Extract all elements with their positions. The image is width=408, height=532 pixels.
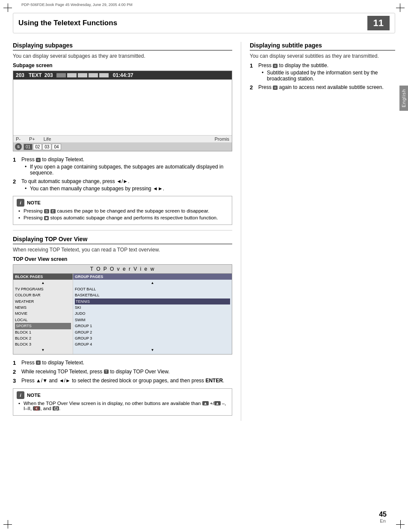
group-pages-list: ▲ FOOT BALL BASKETBALL TENNIS SKI JUDO S… bbox=[73, 280, 232, 354]
bp-arrow-down: ▼ bbox=[15, 348, 71, 353]
tab-02: 02 bbox=[33, 144, 42, 150]
note-topview-bullet-text: When the TOP Over View screen is in disp… bbox=[24, 401, 228, 411]
pb-seg-2 bbox=[67, 73, 77, 77]
bp-block1: BLOCK 1 bbox=[15, 329, 71, 335]
step-1-subtitle: 1 Press ≡ to display the subtitle. • Sub… bbox=[250, 62, 395, 82]
step-1-text: Press ≡ to display Teletext. bbox=[21, 157, 84, 163]
step-2-content: To quit automatic subpage change, press … bbox=[21, 178, 232, 192]
screen-s-icon: S bbox=[15, 143, 22, 150]
tab-boxes: 01 02 03 04 bbox=[24, 144, 61, 150]
footer-p-minus: P- bbox=[16, 136, 21, 142]
crosshair-top-left bbox=[3, 3, 12, 12]
topview-step-num-3: 3 bbox=[13, 378, 19, 384]
crosshair-bottom-right bbox=[396, 520, 405, 529]
block-pages-header: BLOCK PAGES bbox=[13, 274, 73, 280]
page-footer: 45 En bbox=[379, 511, 387, 523]
screen-time: 01:44:37 bbox=[113, 72, 133, 78]
topview-step-2-text: While receiving TOP Teletext, press T to… bbox=[21, 369, 170, 375]
pb-seg-5 bbox=[99, 73, 109, 77]
btn-sub-icon2: ≡ bbox=[273, 86, 278, 90]
step-num-2: 2 bbox=[13, 178, 19, 192]
bp-weather: WEATHER bbox=[15, 299, 71, 304]
topview-step-1-content: Press ≡ to display Teletext. bbox=[21, 360, 232, 366]
btn-vol-plus: ▲ bbox=[202, 401, 209, 405]
gp-group3: GROUP 3 bbox=[75, 335, 230, 341]
btn-icon-teletext1: ≡ bbox=[36, 158, 41, 162]
step-1-topview: 1 Press ≡ to display Teletext. bbox=[13, 360, 232, 366]
step-1-content: Press ≡ to display Teletext. • If you op… bbox=[21, 157, 232, 176]
note-subpages: i NOTE • Pressing S E causes the page to… bbox=[13, 196, 232, 225]
btn-stop-icon: ■ bbox=[44, 216, 49, 220]
bp-block2: BLOCK 2 bbox=[15, 335, 71, 341]
crosshair-bottom-left bbox=[3, 520, 12, 529]
section-subpages-title: Displaying subpages bbox=[13, 42, 232, 50]
step-2-topview: 2 While receiving TOP Teletext, press T … bbox=[13, 369, 232, 375]
note-topview: i NOTE • When the TOP Over View screen i… bbox=[13, 388, 232, 416]
bp-arrow-up: ▲ bbox=[15, 281, 71, 286]
section-topview-title: Displaying TOP Over View bbox=[13, 236, 232, 244]
crosshair-top-right bbox=[396, 3, 405, 12]
page-locale: En bbox=[380, 518, 385, 523]
btn-power: ⏻ bbox=[53, 406, 59, 411]
note-bullet-2-text: Pressing ■ stops automatic subpage chang… bbox=[24, 215, 218, 220]
step-1-bullet: • If you open a page containing subpages… bbox=[21, 164, 232, 176]
note-icon-subpages: i bbox=[17, 199, 24, 207]
section-subpages-subtitle: You can display several subpages as they… bbox=[13, 53, 232, 59]
note-label-subpages: NOTE bbox=[27, 200, 41, 205]
footer-promis: Promis bbox=[215, 136, 229, 142]
bp-colour-bar: COLOUR BAR bbox=[15, 292, 71, 298]
note-header-topview: i NOTE bbox=[17, 391, 228, 399]
gp-ski: SKI bbox=[75, 304, 230, 310]
subtitle-step-1-content: Press ≡ to display the subtitle. • Subti… bbox=[258, 62, 395, 82]
bp-local: LOCAL bbox=[15, 317, 71, 323]
footer-p-plus: P+ bbox=[29, 136, 35, 142]
step-1-bullet-text: If you open a page containing subpages, … bbox=[30, 164, 232, 176]
group-pages-column: GROUP PAGES ▲ FOOT BALL BASKETBALL TENNI… bbox=[73, 274, 232, 354]
subtitle-steps: 1 Press ≡ to display the subtitle. • Sub… bbox=[250, 62, 395, 91]
subpage-screen-label: Subpage screen bbox=[13, 62, 232, 68]
screen-footer2-bar: S 01 02 03 04 bbox=[13, 142, 232, 151]
footer-life: Life bbox=[44, 136, 51, 142]
screen-header-bar: 203 TEXT 203 01:44:37 bbox=[13, 71, 232, 80]
bp-block3: BLOCK 3 bbox=[15, 341, 71, 347]
right-column: Displaying subtitle pages You can displa… bbox=[250, 42, 395, 421]
subtitle-step-num-2: 2 bbox=[250, 84, 256, 91]
subtitle-step-2-content: Press ≡ again to access next available s… bbox=[258, 84, 395, 91]
side-language-label: English bbox=[399, 86, 408, 111]
note-bullet-1-text: Pressing S E causes the page to be chang… bbox=[24, 208, 210, 213]
page-title: Using the Teletext Functions bbox=[18, 19, 367, 27]
step-num-1: 1 bbox=[13, 157, 19, 176]
note-header-subpages: i NOTE bbox=[17, 199, 228, 207]
left-column: Displaying subpages You can display seve… bbox=[13, 42, 241, 421]
subpage-screen-box: 203 TEXT 203 01:44:37 P- P+ Life Promis bbox=[13, 71, 232, 151]
gp-group1: GROUP 1 bbox=[75, 323, 230, 329]
page-header: Using the Teletext Functions 11 bbox=[13, 13, 395, 33]
divider-1 bbox=[13, 230, 232, 231]
step-2-subpages: 2 To quit automatic subpage change, pres… bbox=[13, 178, 232, 192]
gp-group2: GROUP 2 bbox=[75, 329, 230, 335]
topview-step-1-text: Press ≡ to display Teletext. bbox=[21, 360, 84, 366]
tab-03: 03 bbox=[42, 144, 51, 150]
gp-judo: JUDO bbox=[75, 310, 230, 316]
screen-footer-bar: P- P+ Life Promis bbox=[13, 135, 232, 142]
group-pages-header: GROUP PAGES bbox=[73, 274, 232, 280]
bp-tv-programs: TV PROGRAMS bbox=[15, 286, 71, 292]
progress-bar bbox=[56, 73, 109, 77]
subtitle-step-1-bullet-text: Subtitle is updated by the information s… bbox=[267, 70, 395, 82]
tab-04: 04 bbox=[52, 144, 61, 150]
section-subtitle-title: Displaying subtitle pages bbox=[250, 42, 395, 50]
pb-seg-3 bbox=[78, 73, 87, 77]
note-topview-bullet: • When the TOP Over View screen is in di… bbox=[17, 401, 228, 411]
topview-step-3-content: Press ▲/▼ and ◄/► to select the desired … bbox=[21, 378, 232, 384]
note-bullet-1: • Pressing S E causes the page to be cha… bbox=[17, 208, 228, 213]
topview-body: BLOCK PAGES ▲ TV PROGRAMS COLOUR BAR WEA… bbox=[13, 274, 232, 354]
gp-arrow-down: ▼ bbox=[75, 348, 230, 353]
screen-body-area bbox=[13, 80, 232, 135]
screen-page-left: 203 bbox=[16, 72, 24, 78]
tab-01: 01 bbox=[24, 144, 33, 150]
gp-tennis: TENNIS bbox=[75, 299, 230, 304]
block-pages-list: ▲ TV PROGRAMS COLOUR BAR WEATHER NEWS MO… bbox=[13, 280, 73, 354]
enter-bold: ENTER bbox=[205, 378, 223, 384]
subtitle-step-1-bullet: • Subtitle is updated by the information… bbox=[258, 70, 395, 82]
screen-page-center: 203 bbox=[44, 72, 53, 78]
